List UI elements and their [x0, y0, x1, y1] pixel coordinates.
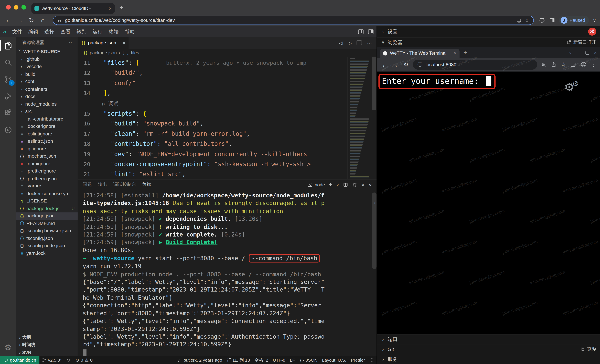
branch-indicator[interactable]: v2.5.0* [40, 358, 64, 362]
search-icon[interactable] [0, 54, 16, 71]
tree-file-item[interactable]: {}tsconfig.json [16, 235, 78, 242]
tree-file-item[interactable]: ◈docker-compose.yml [16, 190, 78, 197]
menu-item[interactable]: 文件 [9, 28, 25, 36]
tree-folder-item[interactable]: ›docs [16, 93, 78, 100]
ports-section[interactable]: › 端口 [377, 334, 600, 344]
tree-folder-item[interactable]: ›node_modules [16, 100, 78, 108]
tree-file-item[interactable]: ◉.eslintignore [16, 130, 78, 138]
close-panel-icon[interactable]: × [369, 181, 372, 188]
home-button[interactable]: ⌂ [38, 17, 47, 24]
back-button[interactable]: ← [4, 17, 13, 24]
extensions-puzzle-icon[interactable] [539, 17, 545, 23]
tab-list-chevron-icon[interactable]: ∨ [569, 50, 572, 55]
menu-item[interactable]: 运行 [90, 28, 106, 36]
tree-folder-item[interactable]: ›build [16, 70, 78, 78]
user-avatar[interactable]: 邓 [588, 28, 596, 36]
tree-file-item[interactable]: {}package-lock.js...U [16, 205, 78, 212]
menu-item[interactable]: 查看 [57, 28, 74, 36]
tree-folder-item[interactable]: ›.vscode [16, 63, 78, 70]
terminal-dropdown-icon[interactable]: ∨ [336, 182, 339, 187]
tree-folder-item[interactable]: ›containers [16, 85, 78, 93]
tree-file-item[interactable]: ⓘREADME.md [16, 220, 78, 227]
split-terminal-icon[interactable] [343, 182, 348, 187]
browser-section[interactable]: ∨ 浏览器 新窗口打开 [377, 37, 600, 47]
reload-button[interactable]: ↻ [402, 61, 410, 68]
debug-codelens[interactable]: ▷ 调试 [96, 101, 119, 106]
sidebar-more-icon[interactable]: ⋯ [69, 40, 74, 45]
tab-close-icon[interactable]: × [109, 6, 112, 11]
extensions-icon[interactable] [0, 104, 16, 121]
services-section[interactable]: › 服务 [377, 354, 600, 364]
panel-layout-icon[interactable] [368, 29, 374, 34]
breadcrumb-file[interactable]: package.json [90, 50, 117, 55]
panel-tab-输出[interactable]: 输出 [98, 179, 107, 190]
more-menu-icon[interactable]: ⋮ [591, 62, 596, 68]
tree-file-item[interactable]: {}.prettierrc.json [16, 175, 78, 182]
settings-section[interactable]: › 设置 邓 [377, 26, 600, 37]
timeline-section[interactable]: › 时间线 [16, 341, 78, 348]
tree-file-item[interactable]: {}tsconfig.node.json [16, 242, 78, 250]
explorer-icon[interactable] [0, 37, 16, 54]
remote-indicator[interactable]: go.titanide.cn [0, 356, 40, 364]
tree-file-item[interactable]: {}tsconfig.browser.json [16, 227, 78, 234]
indent-indicator[interactable]: 空格: 2 [252, 357, 271, 363]
run-script-icon[interactable]: ▷ [348, 40, 352, 46]
split-layout-icon[interactable] [358, 29, 364, 34]
run-debug-icon[interactable] [0, 88, 16, 104]
profile-person-icon[interactable] [581, 62, 587, 68]
tree-file-item[interactable]: ◉yarn.lock [16, 250, 78, 257]
cursor-position[interactable]: 行 11, 列 13 [225, 357, 252, 363]
editor-scrollbar[interactable] [371, 57, 376, 179]
tree-folder-item[interactable]: ›conf [16, 78, 78, 85]
zoom-window-button[interactable] [21, 5, 26, 9]
embedded-address-bar[interactable]: ⓘ localhost:8080 [413, 60, 537, 70]
close-icon[interactable]: × [594, 50, 597, 56]
chrome-menu-chevron-icon[interactable]: ∨ [593, 18, 596, 23]
bookmark-star-icon[interactable]: ☆ [561, 61, 566, 68]
split-editor-icon[interactable] [357, 41, 362, 45]
send-tab-icon[interactable] [516, 18, 522, 23]
terminal-scrollbar[interactable] [372, 193, 376, 269]
tree-file-item[interactable]: ◇.prettierignore [16, 168, 78, 175]
tree-folder-item[interactable]: ›src [16, 108, 78, 115]
tree-file-item[interactable]: {}.mocharc.json [16, 153, 78, 160]
menu-item[interactable]: 转到 [74, 28, 90, 36]
problems-indicator[interactable]: ⊘ 0 ⚠ 0 [73, 357, 95, 363]
terminal-shell-chip[interactable]: node [308, 182, 325, 187]
browser-tab[interactable]: wetty-source - CloudIDE × [31, 3, 115, 14]
side-panel-icon[interactable] [570, 62, 576, 68]
wetty-terminal-screen[interactable]: Enter your username: ⚙⚙ [377, 72, 600, 334]
back-button[interactable]: ← [381, 61, 388, 68]
notifications-bell-icon[interactable] [367, 358, 376, 362]
formatter-indicator[interactable]: Prettier [349, 358, 367, 362]
new-terminal-icon[interactable]: + [329, 181, 332, 188]
git-section[interactable]: › Git 克隆 [377, 344, 600, 354]
kill-terminal-icon[interactable] [352, 182, 357, 187]
tree-file-item[interactable]: {}package.json [16, 212, 78, 220]
outline-section[interactable]: › 大纲 [16, 334, 78, 341]
minimize-window-button[interactable] [14, 5, 18, 9]
minimize-icon[interactable]: — [577, 50, 581, 55]
tree-file-item[interactable]: ◉.eslintrc.json [16, 138, 78, 145]
svn-section[interactable]: › SVN [16, 348, 78, 356]
code-editor[interactable]: 11 "files": [butlerx, 2 years ago • use … [78, 57, 376, 179]
blame-indicator[interactable]: butlerx, 2 years ago [175, 358, 225, 362]
menu-item[interactable]: 选择 [41, 28, 57, 36]
close-window-button[interactable] [6, 5, 11, 9]
sync-indicator[interactable] [64, 358, 73, 362]
address-bar[interactable]: go.titanide.cn/ide/web/coding/wetty-sour… [53, 16, 534, 25]
layout-indicator[interactable]: Layout: U.S. [320, 358, 349, 362]
forward-button[interactable]: → [391, 61, 399, 68]
panel-tab-问题[interactable]: 问题 [83, 179, 92, 190]
language-indicator[interactable]: {} JSON [297, 358, 320, 362]
nav-back-icon[interactable]: ◁ [339, 40, 343, 46]
tree-file-item[interactable]: n.npmignore [16, 160, 78, 168]
forward-button[interactable]: → [15, 17, 24, 24]
new-tab-button[interactable]: + [463, 49, 467, 56]
encoding-indicator[interactable]: UTF-8 [271, 358, 288, 362]
eol-indicator[interactable]: LF [288, 358, 297, 362]
tree-file-item[interactable]: ≡.yarnrc [16, 182, 78, 190]
maximize-panel-icon[interactable]: ∧ [361, 182, 365, 187]
panel-tab-终端[interactable]: 终端 [142, 179, 151, 190]
tree-file-item[interactable]: ≡.all-contributorsrc [16, 115, 78, 122]
